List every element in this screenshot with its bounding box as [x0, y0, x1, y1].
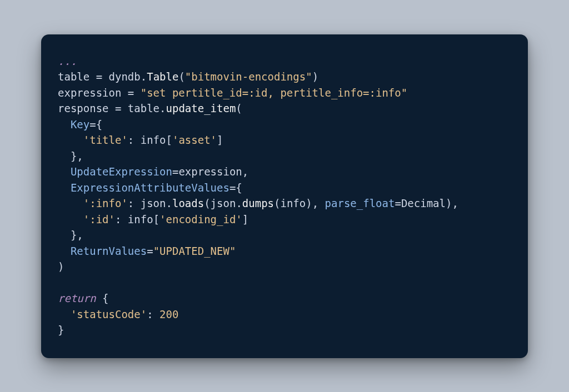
tok-response: response [58, 102, 109, 114]
tok-Key: Key [71, 118, 89, 130]
tok-200: 200 [159, 308, 178, 320]
tok-json: json [211, 197, 236, 209]
tok: }, [71, 229, 83, 241]
tok-UpdateExpression: UpdateExpression [71, 165, 172, 178]
tok: = [121, 87, 140, 99]
tok: ( [178, 71, 184, 83]
tok: = [147, 245, 153, 257]
tok-info: info [141, 134, 166, 146]
tok: ( [236, 102, 242, 114]
tok-title-k: 'title' [83, 134, 128, 146]
tok-statusCode-k: 'statusCode' [71, 308, 147, 320]
tok: } [58, 324, 64, 336]
tok: [ [166, 134, 172, 146]
tok [96, 292, 102, 304]
tok-expression: expression [178, 165, 242, 178]
tok: ( [274, 197, 280, 209]
tok: , [312, 197, 325, 209]
tok: = [172, 165, 178, 178]
tok: ={ [229, 182, 242, 194]
tok: ( [204, 197, 210, 209]
tok-table: table [128, 102, 159, 114]
tok: ] [242, 213, 248, 225]
tok: , [452, 197, 458, 209]
tok-Decimal: Decimal [401, 197, 446, 209]
tok: ) [446, 197, 452, 209]
tok: = [109, 102, 128, 114]
tok-str: "set pertitle_id=:id, pertitle_info=:inf… [141, 87, 407, 99]
tok-info: info [280, 197, 306, 209]
tok-ReturnValues: ReturnValues [71, 245, 147, 257]
tok: }, [71, 150, 83, 162]
tok-encoding-id: 'encoding_id' [159, 213, 242, 225]
tok-json: json [141, 197, 166, 209]
tok-return: return [58, 292, 96, 304]
tok: . [166, 197, 172, 209]
tok: = [89, 71, 108, 83]
tok: ) [306, 197, 312, 209]
ellipsis: ... [58, 55, 77, 67]
tok-loads: loads [172, 197, 204, 209]
tok-info: info [128, 213, 153, 225]
tok-dyndb: dyndb [109, 71, 141, 83]
tok-asset: 'asset' [172, 134, 217, 146]
tok-EAV: ExpressionAttributeValues [71, 182, 229, 194]
tok: ) [58, 260, 64, 273]
tok: ={ [89, 118, 102, 130]
tok: , [242, 165, 248, 178]
tok: ) [312, 71, 318, 83]
tok-str: "bitmovin-encodings" [185, 71, 312, 83]
tok: : [128, 134, 141, 146]
tok: : [115, 213, 128, 225]
tok-id-k: ':id' [83, 213, 115, 225]
tok: : [147, 308, 159, 320]
tok-table: table [58, 71, 89, 83]
tok: = [395, 197, 401, 209]
tok: { [102, 292, 108, 304]
tok: ] [217, 134, 223, 146]
tok: [ [153, 213, 159, 225]
code-card: ... table = dyndb.Table("bitmovin-encodi… [41, 34, 528, 358]
stage: ... table = dyndb.Table("bitmovin-encodi… [0, 0, 569, 392]
code-block: ... table = dyndb.Table("bitmovin-encodi… [58, 53, 511, 338]
tok-update-item: update_item [166, 102, 236, 114]
tok-updated-new: "UPDATED_NEW" [153, 245, 236, 257]
tok: . [159, 102, 166, 114]
tok-parse-float: parse_float [325, 197, 395, 209]
tok-info-k: ':info' [83, 197, 128, 209]
tok: : [128, 197, 141, 209]
tok: . [141, 71, 147, 83]
tok-Table: Table [147, 71, 178, 83]
tok-expression: expression [58, 87, 121, 99]
tok-dumps: dumps [242, 197, 274, 209]
tok: . [236, 197, 242, 209]
